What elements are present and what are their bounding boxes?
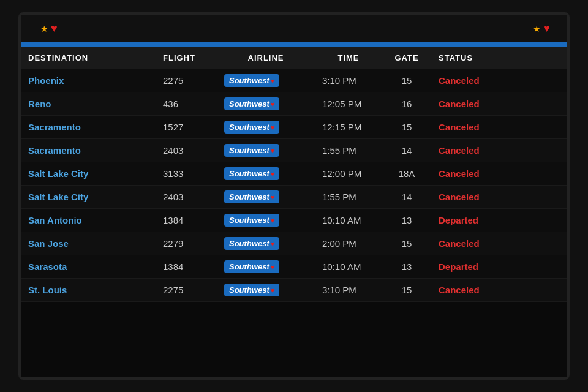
cell-gate: 13 [382,257,431,277]
cell-destination: Sacramento [21,117,156,137]
cell-flight: 436 [156,94,217,114]
airline-heart-icon: ♥ [271,240,275,247]
airline-heart-icon: ♥ [271,287,275,294]
logo-right-star: ★ [533,24,541,34]
airline-badge: Southwest ♥ [224,74,279,87]
cell-status: Departed [431,210,511,230]
table-row: Sarasota 1384 Southwest ♥ 10:10 AM 13 De… [21,255,567,279]
airline-heart-icon: ♥ [271,77,275,85]
airline-badge: Southwest ♥ [224,190,279,203]
cell-airline: Southwest ♥ [217,279,315,301]
cell-destination: San Antonio [21,210,156,230]
airline-name: Southwest [229,146,270,155]
cell-flight: 1384 [156,257,217,277]
cell-gate: 14 [382,187,431,207]
cell-airline: Southwest ♥ [217,255,315,278]
airline-name: Southwest [229,99,270,108]
table-row: San Antonio 1384 Southwest ♥ 10:10 AM 13… [21,209,567,232]
col-flight: FLIGHT [156,51,217,65]
airline-name: Southwest [229,192,270,202]
cell-time: 12:05 PM [315,94,382,114]
cell-flight: 3133 [156,164,217,184]
table-row: Sacramento 1527 Southwest ♥ 12:15 PM 15 … [21,116,567,139]
logo-right-heart: ♥ [543,22,550,35]
logo-left-heart: ♥ [51,22,58,35]
col-airline: AIRLINE [217,51,315,65]
cell-time: 10:10 AM [315,257,382,277]
cell-airline: Southwest ♥ [217,232,315,255]
departures-board: ★ ♥ ★ ♥ DESTINATION FLIGHT AIRLINE TIME … [18,12,570,380]
cell-status: Canceled [431,187,511,207]
cell-gate: 15 [382,117,431,137]
table-row: San Jose 2279 Southwest ♥ 2:00 PM 15 Can… [21,232,567,255]
cell-status: Canceled [431,164,511,184]
cell-gate: 15 [382,70,431,91]
airline-badge: Southwest ♥ [224,260,279,273]
airline-name: Southwest [229,239,270,248]
cell-airline: Southwest ♥ [217,162,315,185]
airline-name: Southwest [229,76,270,85]
cell-status: Canceled [431,117,511,137]
cell-status: Canceled [431,233,511,254]
cell-time: 1:55 PM [315,187,382,207]
cell-destination: Phoenix [21,70,156,91]
airline-badge: Southwest ♥ [224,121,279,134]
cell-gate: 15 [382,280,431,300]
cell-destination: Salt Lake City [21,187,156,207]
col-gate: GATE [382,51,431,65]
table-row: Phoenix 2275 Southwest ♥ 3:10 PM 15 Canc… [21,69,567,92]
cell-time: 3:10 PM [315,280,382,300]
cell-flight: 2403 [156,187,217,207]
cell-flight: 1527 [156,117,217,137]
cell-airline: Southwest ♥ [217,116,315,138]
cell-destination: San Jose [21,233,156,254]
cell-status: Canceled [431,94,511,114]
airline-badge: Southwest ♥ [224,214,279,227]
cell-gate: 16 [382,94,431,114]
table-row: Reno 436 Southwest ♥ 12:05 PM 16 Cancele… [21,92,567,116]
col-status: STATUS [431,51,511,65]
cell-airline: Southwest ♥ [217,139,315,162]
airline-badge: Southwest ♥ [224,97,279,110]
cell-time: 3:10 PM [315,70,382,91]
table-row: Sacramento 2403 Southwest ♥ 1:55 PM 14 C… [21,139,567,162]
cell-flight: 2279 [156,233,217,254]
col-destination: DESTINATION [21,51,156,65]
cell-flight: 2275 [156,70,217,91]
column-headers: DESTINATION FLIGHT AIRLINE TIME GATE STA… [21,47,567,69]
cell-status: Canceled [431,280,511,300]
airline-heart-icon: ♥ [271,194,275,201]
cell-gate: 15 [382,233,431,254]
cell-status: Departed [431,257,511,277]
airline-name: Southwest [229,169,270,178]
logo-left: ★ ♥ [38,22,58,35]
airline-heart-icon: ♥ [271,217,275,224]
logo-left-star: ★ [40,24,48,34]
cell-destination: St. Louis [21,280,156,300]
cell-time: 12:00 PM [315,164,382,184]
cell-airline: Southwest ♥ [217,69,315,92]
airline-name: Southwest [229,123,270,132]
table-row: Salt Lake City 3133 Southwest ♥ 12:00 PM… [21,162,567,186]
flights-list: Phoenix 2275 Southwest ♥ 3:10 PM 15 Canc… [21,69,567,377]
cell-airline: Southwest ♥ [217,209,315,232]
board-header: ★ ♥ ★ ♥ [21,15,567,44]
airline-badge: Southwest ♥ [224,284,279,296]
airline-name: Southwest [229,216,270,225]
cell-status: Canceled [431,140,511,160]
cell-gate: 18A [382,164,431,184]
cell-gate: 14 [382,140,431,160]
cell-destination: Salt Lake City [21,164,156,184]
cell-airline: Southwest ♥ [217,92,315,115]
logo-right: ★ ♥ [530,22,550,35]
cell-time: 2:00 PM [315,233,382,254]
cell-destination: Sarasota [21,257,156,277]
cell-time: 1:55 PM [315,140,382,160]
airline-heart-icon: ♥ [271,147,275,154]
cell-destination: Sacramento [21,140,156,160]
airline-name: Southwest [229,285,270,295]
cell-time: 10:10 AM [315,210,382,230]
airline-name: Southwest [229,262,270,271]
airline-badge: Southwest ♥ [224,144,279,157]
airline-heart-icon: ♥ [271,100,275,108]
